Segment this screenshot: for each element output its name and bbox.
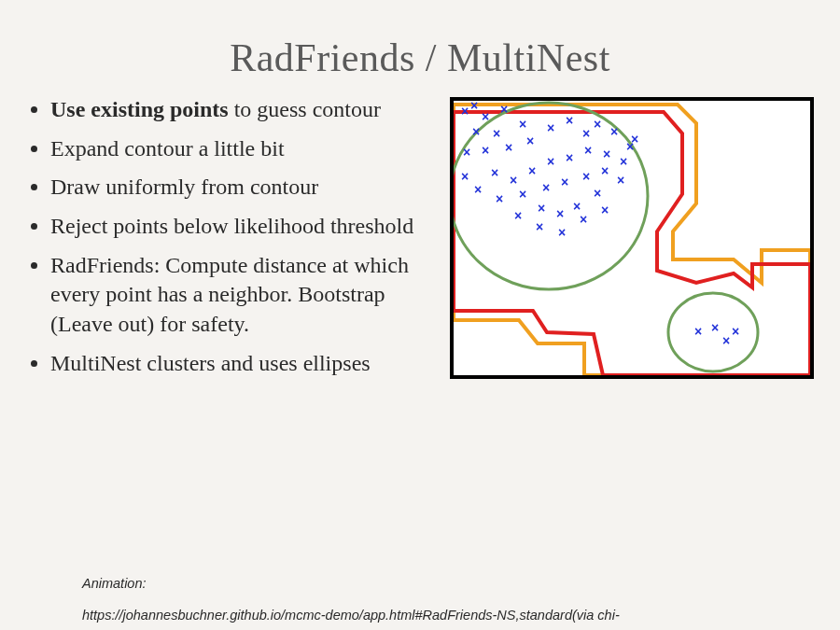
svg-text:×: ×	[620, 154, 627, 169]
point-cluster-secondary: × × × ×	[694, 320, 739, 348]
bullet-list: Use existing points to guess contour Exp…	[26, 95, 450, 387]
list-item: Use existing points to guess contour	[50, 95, 442, 125]
contour-figure: ××× ××× ××× ××× ××× ××× ××× ××× ××× ××× …	[450, 97, 814, 379]
svg-text:×: ×	[528, 163, 536, 178]
svg-text:×: ×	[594, 186, 601, 201]
svg-text:×: ×	[538, 201, 545, 216]
bullet-text: MultiNest clusters and uses ellipses	[50, 351, 371, 375]
svg-text:×: ×	[519, 117, 526, 132]
svg-text:×: ×	[594, 117, 601, 132]
slide: RadFriends / MultiNest Use existing poin…	[0, 0, 840, 630]
svg-text:×: ×	[491, 165, 498, 180]
bullet-text: RadFriends: Compute distance at which ev…	[50, 253, 409, 336]
svg-text:×: ×	[500, 102, 508, 117]
svg-text:×: ×	[601, 203, 609, 217]
bullet-text: Draw uniformly from contour	[50, 175, 318, 199]
slide-title: RadFriends / MultiNest	[0, 0, 840, 80]
svg-text:×: ×	[580, 212, 587, 227]
svg-text:×: ×	[582, 126, 590, 141]
svg-text:×: ×	[472, 124, 480, 139]
bullet-bold: Use existing points	[50, 97, 229, 121]
animation-label: Animation:	[82, 576, 803, 591]
svg-text:×: ×	[601, 163, 609, 178]
point-cluster-main: ××× ××× ××× ××× ××× ××× ××× ××× ××× ××× …	[461, 101, 638, 240]
list-item: MultiNest clusters and uses ellipses	[50, 349, 442, 379]
svg-text:×: ×	[493, 126, 500, 141]
svg-text:×: ×	[526, 133, 534, 148]
bullet-text: to guess contour	[229, 97, 381, 121]
svg-text:×: ×	[617, 173, 624, 188]
svg-text:×: ×	[610, 124, 618, 139]
svg-text:×: ×	[722, 333, 730, 348]
svg-text:×: ×	[566, 150, 573, 165]
bullet-text: Reject points below likelihood threshold	[50, 214, 413, 238]
list-item: Draw uniformly from contour	[50, 173, 442, 203]
svg-text:×: ×	[514, 208, 522, 223]
svg-text:×: ×	[566, 113, 573, 128]
animation-url: https://johannesbuchner.github.io/mcmc-d…	[82, 608, 754, 623]
svg-text:×: ×	[631, 132, 638, 147]
svg-text:×: ×	[558, 225, 566, 240]
footer: Animation: https://johannesbuchner.githu…	[82, 576, 803, 623]
svg-text:×: ×	[474, 182, 482, 197]
bullet-text: Expand contour a little bit	[50, 136, 285, 161]
svg-text:×: ×	[510, 173, 517, 188]
svg-text:×: ×	[547, 120, 554, 135]
svg-text:×: ×	[463, 145, 470, 160]
svg-text:×: ×	[482, 143, 489, 158]
svg-text:×: ×	[561, 175, 568, 189]
svg-text:×: ×	[584, 143, 592, 158]
svg-text:×: ×	[482, 109, 489, 124]
list-item: RadFriends: Compute distance at which ev…	[50, 251, 442, 340]
contour-svg: ××× ××× ××× ××× ××× ××× ××× ××× ××× ××× …	[454, 101, 810, 375]
svg-text:×: ×	[536, 219, 543, 234]
svg-text:×: ×	[496, 191, 503, 206]
svg-text:×: ×	[542, 180, 550, 195]
list-item: Expand contour a little bit	[50, 134, 442, 164]
svg-text:×: ×	[732, 324, 739, 339]
svg-text:×: ×	[547, 154, 554, 169]
svg-text:×: ×	[556, 206, 564, 221]
svg-text:×: ×	[519, 187, 526, 202]
svg-text:×: ×	[461, 169, 469, 184]
svg-text:×: ×	[505, 140, 512, 155]
svg-text:×: ×	[711, 320, 719, 335]
list-item: Reject points below likelihood threshold	[50, 212, 442, 242]
svg-text:×: ×	[694, 324, 702, 339]
slide-body: Use existing points to guess contour Exp…	[0, 80, 840, 387]
svg-text:×: ×	[470, 101, 478, 113]
svg-text:×: ×	[461, 104, 469, 119]
svg-text:×: ×	[603, 147, 610, 161]
svg-text:×: ×	[582, 169, 590, 184]
